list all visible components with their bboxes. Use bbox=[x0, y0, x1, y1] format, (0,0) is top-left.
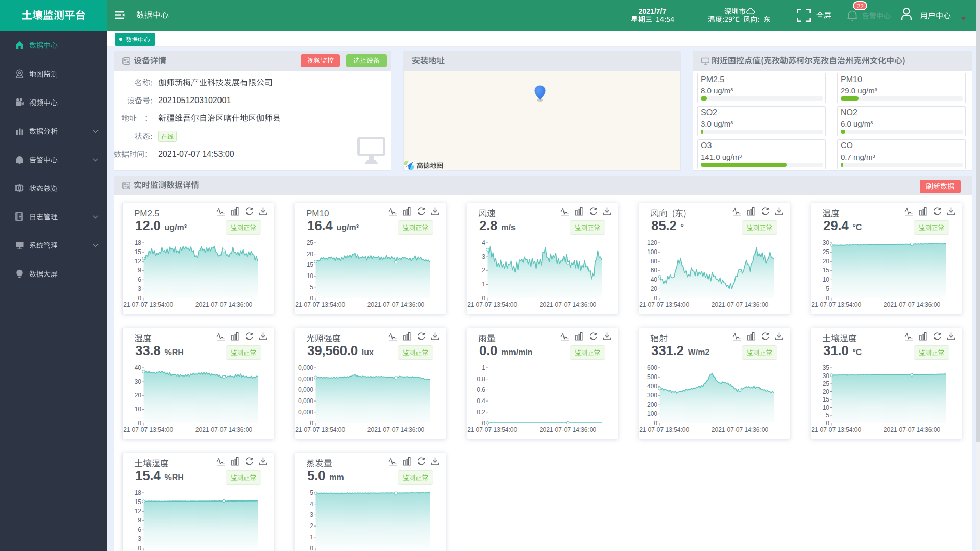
svg-text:2: 2 bbox=[310, 522, 313, 530]
svg-text:5: 5 bbox=[310, 489, 313, 496]
svg-text:2021-07-07 14:36:00: 2021-07-07 14:36:00 bbox=[368, 301, 425, 308]
svg-text:2021-07-07 14:36:00: 2021-07-07 14:36:00 bbox=[884, 426, 941, 433]
svg-text:80: 80 bbox=[651, 258, 658, 265]
svg-text:2021-07-07 14:36:00: 2021-07-07 14:36:00 bbox=[195, 426, 253, 433]
svg-text:2021-07-07 14:36:00: 2021-07-07 14:36:00 bbox=[712, 301, 769, 308]
svg-text:2021-07-07 14:36:00: 2021-07-07 14:36:00 bbox=[540, 426, 597, 433]
svg-text:30: 30 bbox=[135, 378, 142, 385]
svg-text:18: 18 bbox=[135, 239, 142, 246]
svg-text:300: 300 bbox=[647, 392, 657, 399]
svg-text:2: 2 bbox=[482, 267, 485, 274]
svg-text:15: 15 bbox=[307, 261, 314, 268]
svg-text:5: 5 bbox=[310, 284, 313, 291]
svg-text:9: 9 bbox=[138, 267, 141, 274]
svg-text:0,000: 0,000 bbox=[298, 409, 313, 416]
svg-text:500: 500 bbox=[647, 373, 657, 381]
svg-text:2021-07-07 13:54:00: 2021-07-07 13:54:00 bbox=[467, 301, 518, 308]
svg-text:600: 600 bbox=[647, 364, 657, 371]
svg-text:15: 15 bbox=[135, 498, 142, 506]
svg-text:2021-07-07 13:54:00: 2021-07-07 13:54:00 bbox=[811, 301, 862, 308]
svg-text:3: 3 bbox=[310, 511, 313, 518]
svg-text:2021-07-07 14:36:00: 2021-07-07 14:36:00 bbox=[368, 426, 425, 433]
svg-text:4: 4 bbox=[482, 239, 485, 246]
svg-text:6: 6 bbox=[138, 526, 141, 533]
svg-text:100: 100 bbox=[647, 410, 657, 417]
svg-text:25: 25 bbox=[823, 248, 830, 256]
svg-text:6: 6 bbox=[138, 276, 141, 283]
svg-text:400: 400 bbox=[647, 383, 657, 390]
svg-text:25: 25 bbox=[307, 239, 314, 246]
svg-text:100: 100 bbox=[647, 248, 657, 256]
svg-text:9: 9 bbox=[138, 517, 141, 524]
svg-text:40: 40 bbox=[651, 276, 658, 283]
svg-text:0.6: 0.6 bbox=[477, 386, 485, 393]
svg-text:2021-07-07 14:36:00: 2021-07-07 14:36:00 bbox=[195, 301, 253, 308]
svg-text:20: 20 bbox=[307, 251, 314, 258]
svg-text:2021-07-07 13:54:00: 2021-07-07 13:54:00 bbox=[295, 426, 346, 433]
svg-text:1: 1 bbox=[310, 534, 313, 541]
svg-text:40: 40 bbox=[135, 364, 142, 371]
svg-text:5: 5 bbox=[826, 412, 829, 419]
svg-text:12: 12 bbox=[135, 508, 142, 515]
svg-text:2021-07-07 13:54:00: 2021-07-07 13:54:00 bbox=[295, 301, 346, 308]
svg-text:12: 12 bbox=[135, 258, 142, 265]
svg-text:2021-07-07 13:54:00: 2021-07-07 13:54:00 bbox=[639, 301, 690, 308]
svg-text:20: 20 bbox=[823, 258, 830, 265]
svg-text:60: 60 bbox=[651, 267, 658, 274]
svg-text:2021-07-07 14:36:00: 2021-07-07 14:36:00 bbox=[540, 301, 597, 308]
svg-text:30: 30 bbox=[823, 372, 830, 380]
svg-text:10: 10 bbox=[307, 272, 314, 280]
svg-text:10: 10 bbox=[823, 276, 830, 283]
svg-text:25: 25 bbox=[823, 380, 830, 387]
svg-text:10: 10 bbox=[823, 404, 830, 411]
svg-text:3: 3 bbox=[138, 285, 141, 292]
svg-text:120: 120 bbox=[647, 239, 657, 246]
svg-text:20: 20 bbox=[135, 392, 142, 399]
svg-text:2021-07-07 13:54:00: 2021-07-07 13:54:00 bbox=[467, 426, 518, 433]
svg-text:0: 0 bbox=[138, 545, 141, 551]
svg-text:2021-07-07 14:36:00: 2021-07-07 14:36:00 bbox=[712, 426, 769, 433]
svg-text:2021-07-07 13:54:00: 2021-07-07 13:54:00 bbox=[123, 426, 174, 433]
svg-text:0.2: 0.2 bbox=[477, 409, 485, 416]
svg-text:0.8: 0.8 bbox=[477, 375, 485, 383]
svg-text:0,000: 0,000 bbox=[298, 375, 313, 383]
svg-text:20: 20 bbox=[651, 285, 658, 292]
svg-text:1: 1 bbox=[482, 281, 485, 288]
svg-text:10: 10 bbox=[135, 406, 142, 413]
svg-text:3: 3 bbox=[482, 253, 485, 260]
svg-text:0,000: 0,000 bbox=[298, 386, 313, 393]
svg-text:0: 0 bbox=[310, 545, 313, 551]
svg-text:200: 200 bbox=[647, 401, 657, 408]
svg-text:2021-07-07 14:36:00: 2021-07-07 14:36:00 bbox=[884, 301, 941, 308]
svg-text:15: 15 bbox=[823, 267, 830, 274]
svg-text:18: 18 bbox=[135, 489, 142, 496]
svg-text:2021-07-07 13:54:00: 2021-07-07 13:54:00 bbox=[811, 426, 862, 433]
svg-text:0,000: 0,000 bbox=[298, 364, 313, 371]
svg-text:20: 20 bbox=[823, 388, 830, 395]
svg-text:2021-07-07 13:54:00: 2021-07-07 13:54:00 bbox=[123, 301, 174, 308]
svg-text:35: 35 bbox=[823, 364, 830, 371]
svg-text:4: 4 bbox=[310, 500, 313, 508]
svg-text:3: 3 bbox=[138, 535, 141, 542]
svg-text:0,000: 0,000 bbox=[298, 397, 313, 405]
svg-text:15: 15 bbox=[823, 396, 830, 403]
svg-text:1: 1 bbox=[482, 364, 485, 371]
svg-text:30: 30 bbox=[823, 239, 830, 246]
svg-text:2021-07-07 13:54:00: 2021-07-07 13:54:00 bbox=[639, 426, 690, 433]
svg-text:15: 15 bbox=[135, 248, 142, 256]
svg-text:5: 5 bbox=[826, 285, 829, 292]
svg-text:0.4: 0.4 bbox=[477, 397, 485, 405]
